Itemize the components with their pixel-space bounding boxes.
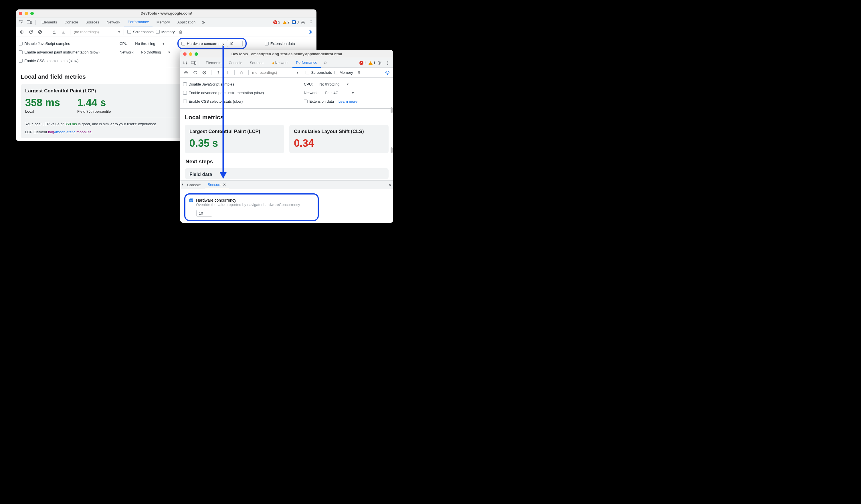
screenshots-checkbox[interactable]: Screenshots [127, 30, 153, 34]
enable-css-checkbox[interactable]: Enable CSS selector stats (slow) [19, 59, 116, 63]
tab-memory[interactable]: Memory [153, 17, 174, 27]
more-icon[interactable] [384, 59, 392, 67]
svg-line-10 [39, 31, 41, 33]
more-tabs-icon[interactable] [200, 18, 207, 26]
reload-icon[interactable] [27, 29, 34, 36]
chevron-down-icon: ▾ [163, 41, 165, 46]
lcp-card: Largest Contentful Paint (LCP) 0.35 s [185, 125, 284, 153]
extension-data-checkbox[interactable]: Extension data [265, 41, 295, 46]
warning-count[interactable]: 2 [283, 20, 290, 24]
hw-concurrency-checkbox[interactable] [189, 198, 193, 202]
titlebar[interactable]: DevTools - www.google.com/ [16, 10, 316, 17]
upload-icon[interactable] [215, 69, 222, 76]
issue-counts[interactable]: ✕2 2 💬3 [273, 20, 299, 24]
info-count[interactable]: 💬3 [292, 20, 299, 24]
upload-icon[interactable] [51, 29, 57, 36]
tab-network[interactable]: Network [268, 58, 292, 68]
tab-application[interactable]: Application [174, 17, 199, 27]
inspect-icon[interactable] [182, 59, 189, 67]
cpu-throttle-dropdown[interactable]: CPU: No throttling ▾ [120, 41, 174, 46]
tab-console[interactable]: Console [225, 58, 246, 68]
issue-counts[interactable]: ✕1 1 [359, 61, 375, 65]
hw-concurrency-title: Hardware concurrency [196, 198, 300, 202]
home-icon[interactable] [238, 69, 245, 76]
close-tab-icon[interactable]: ✕ [223, 182, 226, 187]
extension-data-checkbox[interactable]: Extension data Learn more [304, 99, 357, 103]
network-throttle-dropdown[interactable]: Network: Fast 4G ▾ [304, 91, 354, 95]
chevron-down-icon: ▾ [168, 50, 170, 54]
record-icon[interactable] [182, 69, 189, 76]
settings-icon[interactable] [299, 18, 307, 26]
recordings-dropdown[interactable]: (no recordings) [252, 70, 277, 75]
cpu-throttle-dropdown[interactable]: CPU: No throttling ▾ [304, 82, 349, 86]
panel-settings-icon[interactable] [384, 69, 391, 76]
inspect-icon[interactable] [18, 18, 25, 26]
close-icon[interactable] [183, 52, 187, 56]
drawer-tab-sensors[interactable]: Sensors✕ [205, 180, 229, 190]
checkbox-icon [183, 91, 187, 95]
drawer-tab-console[interactable]: Console [184, 180, 204, 190]
device-icon[interactable] [190, 59, 197, 67]
hw-concurrency-input[interactable]: 10 [227, 40, 243, 47]
separator [70, 29, 70, 34]
drawer-more-icon[interactable] [182, 182, 183, 187]
recordings-dropdown[interactable]: (no recordings) [74, 30, 99, 34]
network-throttle-dropdown[interactable]: Network: No throttling ▾ [120, 50, 170, 54]
more-icon[interactable] [307, 18, 315, 26]
tab-elements[interactable]: Elements [202, 58, 224, 68]
titlebar[interactable]: DevTools - emscripten-dbg-stories.netlif… [180, 50, 393, 58]
error-count[interactable]: ✕2 [273, 20, 280, 24]
separator [234, 70, 235, 75]
tab-performance[interactable]: Performance [124, 17, 152, 27]
enable-css-checkbox[interactable]: Enable CSS selector stats (slow) [183, 99, 300, 103]
screenshots-checkbox[interactable]: Screenshots [305, 70, 332, 75]
svg-point-20 [186, 72, 187, 73]
enable-paint-checkbox[interactable]: Enable advanced paint instrumentation (s… [19, 50, 116, 54]
maximize-icon[interactable] [194, 52, 198, 56]
trash-icon[interactable] [355, 69, 362, 76]
hw-concurrency-checkbox[interactable]: Hardware concurrency [181, 41, 224, 46]
error-count[interactable]: ✕1 [359, 61, 366, 65]
learn-more-link[interactable]: Learn more [339, 99, 357, 103]
disable-js-checkbox[interactable]: Disable JavaScript samples [19, 41, 116, 46]
memory-checkbox[interactable]: Memory [334, 70, 353, 75]
device-icon[interactable] [26, 18, 33, 26]
tab-sources[interactable]: Sources [82, 17, 103, 27]
minimize-icon[interactable] [189, 52, 192, 56]
record-icon[interactable] [18, 29, 25, 36]
clear-icon[interactable] [37, 29, 43, 36]
chevron-down-icon[interactable]: ▾ [118, 30, 120, 34]
tab-console[interactable]: Console [61, 17, 82, 27]
svg-point-25 [182, 184, 183, 185]
tab-elements[interactable]: Elements [38, 17, 60, 27]
chevron-down-icon[interactable]: ▾ [297, 70, 298, 75]
download-icon[interactable] [60, 29, 67, 36]
separator [211, 70, 211, 75]
scrollbar[interactable] [391, 147, 393, 153]
close-drawer-icon[interactable]: ✕ [388, 183, 392, 187]
trash-icon[interactable] [177, 29, 184, 36]
info-icon: 💬 [292, 20, 296, 24]
download-icon[interactable] [224, 69, 231, 76]
disable-js-checkbox[interactable]: Disable JavaScript samples [183, 82, 300, 86]
error-icon: ✕ [359, 61, 364, 65]
hw-concurrency-input[interactable]: 10 [196, 210, 212, 216]
separator [124, 29, 124, 34]
memory-checkbox[interactable]: Memory [156, 30, 175, 34]
minimize-icon[interactable] [25, 12, 28, 15]
warning-count[interactable]: 1 [369, 61, 375, 65]
tab-performance[interactable]: Performance [292, 58, 320, 68]
more-tabs-icon[interactable] [321, 59, 329, 67]
tab-sources[interactable]: Sources [246, 58, 267, 68]
clear-icon[interactable] [201, 69, 208, 76]
settings-icon[interactable] [376, 59, 383, 67]
cls-value: 0.34 [294, 137, 384, 149]
close-icon[interactable] [19, 12, 22, 15]
panel-settings-icon[interactable] [307, 29, 314, 36]
reload-icon[interactable] [192, 69, 199, 76]
tab-network[interactable]: Network [103, 17, 124, 27]
enable-paint-checkbox[interactable]: Enable advanced paint instrumentation (s… [183, 91, 300, 95]
maximize-icon[interactable] [30, 12, 34, 15]
checkbox-icon [305, 71, 309, 74]
scrollbar[interactable] [391, 107, 393, 113]
